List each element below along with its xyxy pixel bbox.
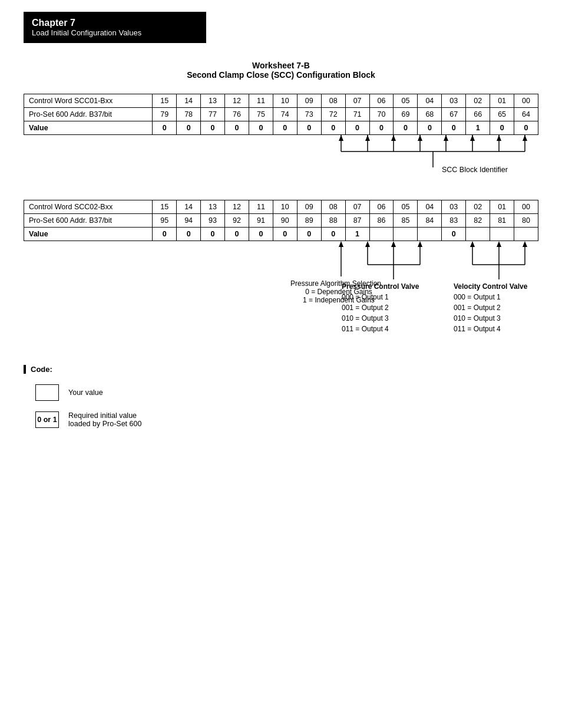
t1-r2-c76: 76: [225, 108, 249, 121]
t1-r2-c65: 65: [490, 108, 514, 121]
t2-v12: 0: [225, 228, 249, 241]
t2-v15: 0: [153, 228, 177, 241]
chapter-title: Load Initial Configuration Values: [32, 28, 198, 37]
velocity-control-line1: 000 = Output 1: [454, 293, 501, 301]
t2-r1-c03: 03: [442, 200, 466, 214]
code-label: Code:: [31, 365, 52, 374]
t2-v13: 0: [201, 228, 225, 241]
t1-r2-c71: 71: [345, 108, 369, 121]
t2-v14: 0: [177, 228, 201, 241]
t2-r2-c81: 81: [490, 214, 514, 228]
t1-r1-label: Control Word SCC01-Bxx: [24, 94, 153, 108]
chapter-header: Chapter 7 Load Initial Configuration Val…: [24, 12, 206, 43]
t1-v07: 0: [345, 121, 369, 135]
velocity-control-label: Velocity Control Valve 000 = Output 1 00…: [454, 281, 527, 334]
t2-arrowhead-col02: [470, 241, 475, 247]
worksheet-id: Worksheet 7-B: [24, 61, 538, 70]
table2: Control Word SCC02-Bxx 15 14 13 12 11 10…: [24, 200, 538, 241]
t2-v05: [394, 228, 418, 241]
t2-r1-c13: 13: [201, 200, 225, 214]
t2-r1-c10: 10: [273, 200, 297, 214]
t2-r2-c95: 95: [153, 214, 177, 228]
t1-r2-c73: 73: [297, 108, 321, 121]
t2-v00: [514, 228, 538, 241]
t2-r1-c02: 02: [466, 200, 490, 214]
code-desc-required: Required initial valueloaded by Pro-Set …: [68, 411, 141, 428]
velocity-control-title: Velocity Control Valve: [454, 282, 527, 291]
scc-block-identifier-label: SCC Block Identifier: [442, 166, 508, 174]
code-desc-your-value: Your value: [68, 388, 103, 397]
table1: Control Word SCC01-Bxx 15 14 13 12 11 10…: [24, 94, 538, 135]
t1-v11: 0: [249, 121, 273, 135]
t1-r2-c64: 64: [514, 108, 538, 121]
t2-r1-c11: 11: [249, 200, 273, 214]
t2-v03: 0: [442, 228, 466, 241]
table2-section: Control Word SCC02-Bxx 15 14 13 12 11 10…: [24, 200, 538, 359]
t2-v04: [418, 228, 442, 241]
velocity-control-line3: 010 = Output 3: [454, 314, 501, 322]
t1-r1-c05: 05: [394, 94, 418, 108]
t2-r2-c91: 91: [249, 214, 273, 228]
table1-row3: Value 0 0 0 0 0 0 0 0 0 0 0 0 0 1 0 0: [24, 121, 538, 135]
t2-r2-c84: 84: [418, 214, 442, 228]
t2-v06: [369, 228, 394, 241]
t2-arrowhead-col07: [339, 241, 343, 247]
pressure-control-line1: 000 = Output 1: [342, 293, 389, 301]
t1-v09: 0: [297, 121, 321, 135]
arrowhead-col07: [339, 135, 343, 141]
t2-r1-c15: 15: [153, 200, 177, 214]
t2-v10: 0: [273, 228, 297, 241]
t2-r1-c07: 07: [345, 200, 369, 214]
t1-r2-c70: 70: [369, 108, 394, 121]
t1-r1-c00: 00: [514, 94, 538, 108]
t1-r2-c68: 68: [418, 108, 442, 121]
t2-r1-label: Control Word SCC02-Bxx: [24, 200, 153, 214]
t1-r2-c74: 74: [273, 108, 297, 121]
t2-v01: [490, 228, 514, 241]
t1-r1-c06: 06: [369, 94, 394, 108]
table2-row2: Pro-Set 600 Addr. B37/bit 95 94 93 92 91…: [24, 214, 538, 228]
t1-v03: 0: [442, 121, 466, 135]
t1-r1-c13: 13: [201, 94, 225, 108]
velocity-control-line4: 011 = Output 4: [454, 325, 501, 333]
t2-v11: 0: [249, 228, 273, 241]
t1-v15: 0: [153, 121, 177, 135]
t2-r1-c06: 06: [369, 200, 394, 214]
t2-arrowhead-col04: [418, 241, 422, 247]
t1-v00: 0: [514, 121, 538, 135]
t2-r2-c80: 80: [514, 214, 538, 228]
t1-r2-c67: 67: [442, 108, 466, 121]
t2-r2-c86: 86: [369, 214, 394, 228]
pressure-control-line2: 001 = Output 2: [342, 304, 389, 312]
t2-r2-c88: 88: [321, 214, 345, 228]
t2-r2-c87: 87: [345, 214, 369, 228]
t1-r1-c09: 09: [297, 94, 321, 108]
worksheet-title: Worksheet 7-B Second Clamp Close (SCC) C…: [24, 61, 538, 80]
table2-row1: Control Word SCC02-Bxx 15 14 13 12 11 10…: [24, 200, 538, 214]
code-box-required: 0 or 1: [35, 411, 59, 428]
table2-arrows: Pressure Algorithm Selection 0 = Depende…: [24, 241, 538, 359]
t2-arrowhead-col00: [523, 241, 527, 247]
chapter-number: Chapter 7: [32, 18, 198, 28]
table1-arrow-svg: [24, 135, 538, 188]
table1-arrows: SCC Block Identifier: [24, 135, 538, 188]
t1-r1-c15: 15: [153, 94, 177, 108]
t2-arrowhead-col05: [391, 241, 396, 247]
t1-r3-label: Value: [24, 121, 153, 135]
pressure-control-line3: 010 = Output 3: [342, 314, 389, 322]
t2-r2-c85: 85: [394, 214, 418, 228]
pressure-control-label: Pressure Control Valve 000 = Output 1 00…: [342, 281, 419, 334]
t2-v09: 0: [297, 228, 321, 241]
pressure-control-title: Pressure Control Valve: [342, 282, 419, 291]
t2-arrowhead-col01: [497, 241, 501, 247]
worksheet-subtitle: Second Clamp Close (SCC) Configuration B…: [24, 70, 538, 80]
t2-r1-c01: 01: [490, 200, 514, 214]
t2-r1-c12: 12: [225, 200, 249, 214]
table1-row2: Pro-Set 600 Addr. B37/bit 79 78 77 76 75…: [24, 108, 538, 121]
t1-v02: 1: [466, 121, 490, 135]
t1-r2-c78: 78: [177, 108, 201, 121]
code-item-required: 0 or 1 Required initial valueloaded by P…: [35, 411, 538, 428]
t1-r1-c08: 08: [321, 94, 345, 108]
t2-v07: 1: [345, 228, 369, 241]
t1-v10: 0: [273, 121, 297, 135]
